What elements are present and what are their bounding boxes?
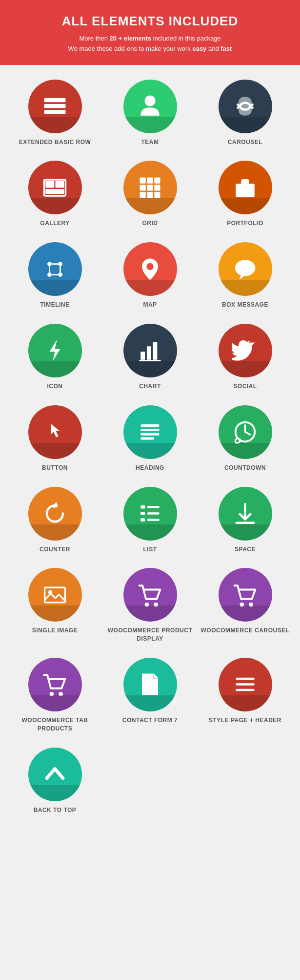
svg-point-56 xyxy=(50,692,54,696)
svg-rect-36 xyxy=(140,429,160,431)
grid-icon xyxy=(123,161,177,214)
item-counter: COUNTER xyxy=(10,487,100,554)
svg-rect-44 xyxy=(147,519,160,521)
header-desc2: We made these add-ons to make your work … xyxy=(10,44,290,54)
countdown-icon xyxy=(219,405,272,459)
item-timeline: TIMELINE xyxy=(10,242,100,309)
grid-label: GRID xyxy=(142,219,158,228)
contact-form-7-icon xyxy=(123,658,177,711)
woocommerce-carousel-icon xyxy=(219,568,272,622)
single-image-label: SINGLE IMAGE xyxy=(32,626,78,635)
item-map: MAP xyxy=(105,242,195,309)
header-title: ALL ELEMENTS INCLUDED xyxy=(10,14,290,29)
item-chart: CHART xyxy=(105,324,195,391)
svg-rect-14 xyxy=(140,192,146,198)
team-label: TEAM xyxy=(141,138,159,146)
svg-rect-60 xyxy=(145,689,152,690)
svg-rect-46 xyxy=(140,512,145,515)
svg-point-52 xyxy=(145,603,149,607)
button-label: BUTTON xyxy=(42,464,68,472)
svg-point-3 xyxy=(145,96,156,106)
item-heading: HEADING xyxy=(105,405,195,472)
gallery-label: GALLERY xyxy=(40,219,69,228)
contact-form-7-label: CONTACT FORM 7 xyxy=(122,716,178,725)
space-label: SPACE xyxy=(235,545,256,554)
svg-rect-43 xyxy=(147,512,160,514)
style-page-header-label: STYLE PAGE + HEADER xyxy=(209,716,281,725)
svg-rect-2 xyxy=(44,110,66,114)
svg-rect-50 xyxy=(45,587,65,603)
svg-rect-59 xyxy=(145,686,156,687)
map-label: MAP xyxy=(143,301,157,309)
svg-rect-63 xyxy=(236,689,255,691)
space-icon xyxy=(219,487,272,541)
svg-point-20 xyxy=(47,262,52,266)
svg-point-22 xyxy=(47,272,52,277)
timeline-icon xyxy=(28,242,82,296)
svg-point-57 xyxy=(59,692,63,696)
svg-rect-32 xyxy=(147,347,151,360)
svg-rect-1 xyxy=(44,104,66,108)
svg-point-54 xyxy=(240,603,244,607)
svg-rect-7 xyxy=(45,189,64,194)
svg-rect-61 xyxy=(236,678,255,680)
item-woocommerce-tab-products: WOOCOMMERCE TAB PRODUCTS xyxy=(10,658,100,733)
svg-rect-19 xyxy=(246,189,250,192)
single-image-icon xyxy=(28,568,82,622)
svg-point-28 xyxy=(146,263,153,270)
item-extended-basic-row: EXTENDED BASIC ROW xyxy=(10,80,100,146)
svg-rect-31 xyxy=(140,352,145,360)
portfolio-icon xyxy=(219,161,272,214)
timeline-label: TIMELINE xyxy=(40,301,70,309)
item-icon: ICON xyxy=(10,324,100,391)
item-box-message: BOX MESSAGE xyxy=(200,242,290,309)
item-space: SPACE xyxy=(200,487,290,554)
countdown-label: COUNTDOWN xyxy=(224,464,266,472)
chart-label: CHART xyxy=(139,382,161,391)
item-social: SOCIAL xyxy=(200,324,290,391)
svg-rect-18 xyxy=(240,189,244,192)
map-icon xyxy=(123,242,177,296)
counter-label: COUNTER xyxy=(40,545,70,554)
item-button: BUTTON xyxy=(10,405,100,472)
list-label: LIST xyxy=(143,545,157,554)
woocommerce-product-display-icon xyxy=(123,568,177,622)
svg-rect-35 xyxy=(140,424,160,427)
icon-label: ICON xyxy=(47,382,63,391)
item-single-image: SINGLE IMAGE xyxy=(10,568,100,643)
carousel-label: CAROUSEL xyxy=(228,138,262,146)
extended-basic-row-label: EXTENDED BASIC ROW xyxy=(19,138,91,146)
svg-line-41 xyxy=(245,432,250,435)
svg-rect-12 xyxy=(147,185,153,190)
svg-rect-42 xyxy=(147,506,160,508)
svg-point-53 xyxy=(154,603,158,607)
heading-icon xyxy=(123,405,177,459)
svg-point-55 xyxy=(249,603,253,607)
svg-rect-45 xyxy=(140,505,145,509)
heading-label: HEADING xyxy=(136,464,164,472)
svg-rect-11 xyxy=(140,185,146,190)
woocommerce-tab-products-label: WOOCOMMERCE TAB PRODUCTS xyxy=(10,716,100,733)
svg-rect-62 xyxy=(236,684,255,686)
svg-rect-16 xyxy=(154,192,160,198)
gallery-icon xyxy=(28,161,82,214)
item-gallery: GALLERY xyxy=(10,161,100,228)
box-message-label: BOX MESSAGE xyxy=(222,301,268,309)
social-icon xyxy=(219,324,272,377)
svg-rect-17 xyxy=(236,184,255,197)
item-woocommerce-carousel: WOOCOMMERCE CAROUSEL xyxy=(200,568,290,643)
item-contact-form-7: CONTACT FORM 7 xyxy=(105,658,195,733)
svg-rect-33 xyxy=(153,342,158,360)
team-icon xyxy=(123,80,177,133)
item-back-to-top: BACK TO TOP xyxy=(10,748,100,814)
item-grid: GRID xyxy=(105,161,195,228)
woocommerce-carousel-label: WOOCOMMERCE CAROUSEL xyxy=(201,626,290,635)
svg-rect-58 xyxy=(145,682,156,683)
svg-point-29 xyxy=(235,260,256,276)
svg-rect-37 xyxy=(140,433,160,436)
header: ALL ELEMENTS INCLUDED More then 20 + ele… xyxy=(0,0,300,65)
counter-icon xyxy=(28,487,82,541)
svg-point-21 xyxy=(58,262,62,266)
button-icon xyxy=(28,405,82,459)
svg-rect-5 xyxy=(45,181,54,188)
